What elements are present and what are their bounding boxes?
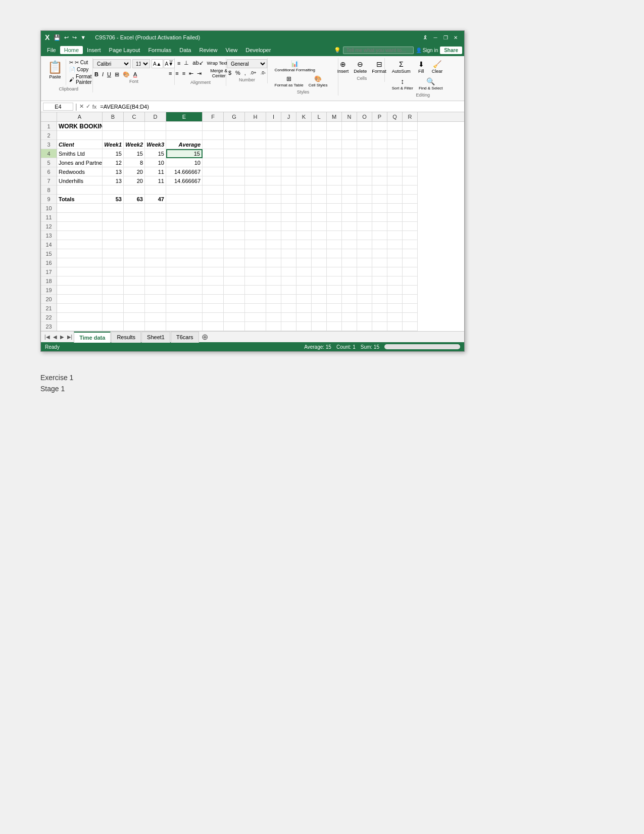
cell-I13[interactable] [266, 231, 281, 240]
cell-N1[interactable] [342, 122, 357, 131]
cell-H23[interactable] [245, 322, 266, 331]
cell-M8[interactable] [327, 186, 342, 195]
cell-I14[interactable] [266, 240, 281, 249]
cell-O3[interactable] [357, 140, 372, 149]
first-sheet-btn[interactable]: |◀ [43, 334, 52, 340]
cell-F9[interactable] [203, 195, 224, 204]
cell-H19[interactable] [245, 286, 266, 295]
cell-E5[interactable]: 10 [166, 158, 203, 167]
add-sheet-button[interactable]: ⊕ [200, 332, 210, 342]
cell-I4[interactable] [266, 149, 281, 158]
cell-A13[interactable] [57, 231, 103, 240]
cell-D23[interactable] [145, 322, 166, 331]
sheet-tab-sheet1[interactable]: Sheet1 [141, 332, 170, 343]
cell-L3[interactable] [312, 140, 327, 149]
cell-C17[interactable] [124, 267, 145, 276]
cell-P6[interactable] [372, 167, 387, 176]
cell-E15[interactable] [166, 249, 203, 258]
row-num-12[interactable]: 12 [41, 222, 57, 231]
cell-N22[interactable] [342, 313, 357, 322]
close-btn[interactable]: ✕ [451, 33, 460, 41]
cell-B20[interactable] [103, 295, 124, 304]
cell-J23[interactable] [281, 322, 296, 331]
cell-B19[interactable] [103, 286, 124, 295]
cell-N5[interactable] [342, 158, 357, 167]
sheet-tab-t6cars[interactable]: T6cars [171, 332, 199, 343]
cell-I18[interactable] [266, 276, 281, 286]
cell-C14[interactable] [124, 240, 145, 249]
cell-D7[interactable]: 11 [145, 176, 166, 186]
cell-N12[interactable] [342, 222, 357, 231]
dec-decrease-btn[interactable]: .0- [259, 70, 268, 76]
sheet-tab-time-data[interactable]: Time data [74, 332, 111, 343]
cell-H11[interactable] [245, 213, 266, 222]
cell-Q6[interactable] [387, 167, 403, 176]
cell-R5[interactable] [403, 158, 418, 167]
cell-M18[interactable] [327, 276, 342, 286]
cell-E18[interactable] [166, 276, 203, 286]
cell-G20[interactable] [224, 295, 245, 304]
cell-G21[interactable] [224, 304, 245, 313]
cell-P15[interactable] [372, 249, 387, 258]
cell-O14[interactable] [357, 240, 372, 249]
percent-btn[interactable]: % [234, 69, 242, 76]
cell-J20[interactable] [281, 295, 296, 304]
cell-K7[interactable] [296, 176, 312, 186]
cell-E7[interactable]: 14.666667 [166, 176, 203, 186]
cell-B10[interactable] [103, 204, 124, 213]
cell-H5[interactable] [245, 158, 266, 167]
cell-E19[interactable] [166, 286, 203, 295]
cell-I22[interactable] [266, 313, 281, 322]
row-num-17[interactable]: 17 [41, 267, 57, 276]
cell-F22[interactable] [203, 313, 224, 322]
cell-J17[interactable] [281, 267, 296, 276]
redo-quick-btn[interactable]: ↪ [71, 34, 78, 41]
cell-O8[interactable] [357, 186, 372, 195]
cell-E1[interactable] [166, 122, 203, 131]
cell-M4[interactable] [327, 149, 342, 158]
cell-J5[interactable] [281, 158, 296, 167]
cell-A2[interactable] [57, 131, 103, 140]
cell-L23[interactable] [312, 322, 327, 331]
cell-A21[interactable] [57, 304, 103, 313]
autosum-btn[interactable]: Σ AutoSum [390, 59, 413, 75]
cell-G1[interactable] [224, 122, 245, 131]
cell-L4[interactable] [312, 149, 327, 158]
row-num-21[interactable]: 21 [41, 304, 57, 313]
cell-B15[interactable] [103, 249, 124, 258]
cell-C19[interactable] [124, 286, 145, 295]
cell-M16[interactable] [327, 258, 342, 267]
cell-F6[interactable] [203, 167, 224, 176]
cell-J13[interactable] [281, 231, 296, 240]
cell-Q8[interactable] [387, 186, 403, 195]
cell-M11[interactable] [327, 213, 342, 222]
cell-J7[interactable] [281, 176, 296, 186]
cell-D6[interactable]: 11 [145, 167, 166, 176]
cell-G3[interactable] [224, 140, 245, 149]
bold-button[interactable]: B [93, 70, 100, 79]
cell-O20[interactable] [357, 295, 372, 304]
cell-N13[interactable] [342, 231, 357, 240]
cell-P8[interactable] [372, 186, 387, 195]
cell-Q21[interactable] [387, 304, 403, 313]
cell-B4[interactable]: 15 [103, 149, 124, 158]
cell-P22[interactable] [372, 313, 387, 322]
cell-P7[interactable] [372, 176, 387, 186]
cell-H15[interactable] [245, 249, 266, 258]
cell-J19[interactable] [281, 286, 296, 295]
cell-H13[interactable] [245, 231, 266, 240]
font-name-select[interactable]: Calibri [93, 59, 131, 68]
cell-G14[interactable] [224, 240, 245, 249]
menu-formulas[interactable]: Formulas [144, 46, 175, 54]
formula-input[interactable] [98, 103, 462, 110]
cell-F10[interactable] [203, 204, 224, 213]
cell-D1[interactable] [145, 122, 166, 131]
cell-F14[interactable] [203, 240, 224, 249]
row-num-6[interactable]: 6 [41, 167, 57, 176]
cell-P9[interactable] [372, 195, 387, 204]
cell-D21[interactable] [145, 304, 166, 313]
cell-K3[interactable] [296, 140, 312, 149]
cell-G19[interactable] [224, 286, 245, 295]
cell-O19[interactable] [357, 286, 372, 295]
cell-A16[interactable] [57, 258, 103, 267]
